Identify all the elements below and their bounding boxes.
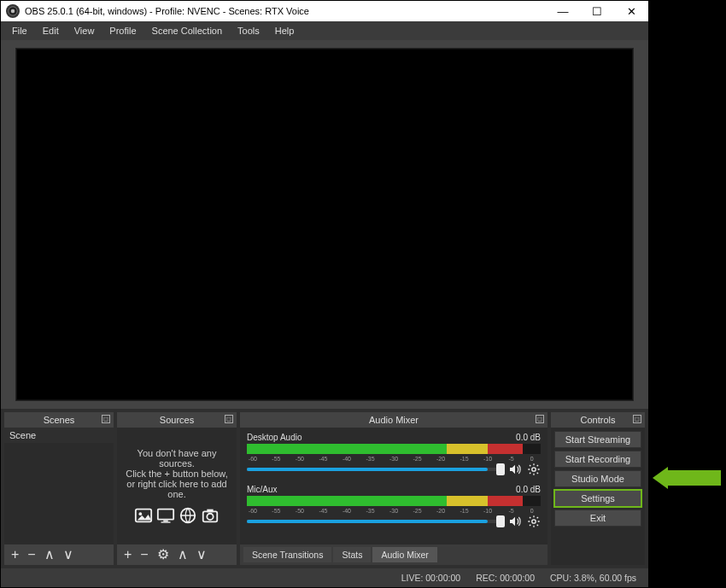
status-bar: LIVE: 00:00:00 REC: 00:00:00 CPU: 3.8%, … — [1, 568, 648, 587]
bottom-tabs: Scene Transitions Stats Audio Mixer — [240, 544, 547, 565]
controls-dock: Controls ◻ Start Streaming Start Recordi… — [551, 412, 645, 565]
menu-view[interactable]: View — [67, 24, 102, 38]
speaker-icon[interactable] — [508, 515, 522, 528]
source-move-up-button[interactable]: ∧ — [178, 548, 188, 562]
sources-dock: Sources ◻ You don't have any sources. Cl… — [117, 412, 237, 565]
volume-meter — [247, 496, 541, 506]
sources-empty-line1: You don't have any sources. — [122, 448, 231, 469]
exit-button[interactable]: Exit — [554, 509, 641, 527]
sources-popout-icon[interactable]: ◻ — [225, 415, 233, 423]
source-properties-button[interactable]: ⚙ — [157, 548, 169, 562]
tab-audio-mixer[interactable]: Audio Mixer — [372, 547, 436, 562]
controls-body: Start Streaming Start Recording Studio M… — [551, 428, 645, 565]
status-live: LIVE: 00:00:00 — [401, 573, 460, 583]
sources-empty-line3: or right click here to add one. — [122, 479, 231, 499]
channel-db: 0.0 dB — [516, 485, 541, 494]
status-cpu: CPU: 3.8%, 60.00 fps — [550, 573, 636, 583]
window-minimize-button[interactable]: — — [546, 1, 580, 21]
window-maximize-button[interactable]: ☐ — [580, 1, 614, 21]
audio-mixer-dock: Audio Mixer ◻ Desktop Audio 0.0 dB -60 — [240, 412, 547, 565]
svg-point-12 — [532, 520, 536, 523]
menu-help[interactable]: Help — [267, 24, 302, 38]
sources-list[interactable]: You don't have any sources. Click the + … — [117, 428, 237, 544]
gear-icon[interactable] — [527, 515, 541, 528]
sources-header: Sources ◻ — [117, 412, 237, 428]
preview-canvas[interactable] — [16, 49, 633, 400]
svg-rect-6 — [161, 521, 171, 522]
source-add-button[interactable]: + — [124, 548, 132, 562]
svg-rect-4 — [158, 509, 173, 519]
scenes-dock: Scenes ◻ Scene + − ∧ ∨ — [4, 412, 114, 565]
browser-source-icon — [179, 506, 197, 525]
db-ticks: -60 -55 -50 -45 -40 -35 -30 -25 -20 -15 … — [247, 456, 541, 463]
controls-header: Controls ◻ — [551, 412, 645, 428]
controls-popout-icon[interactable]: ◻ — [633, 415, 641, 423]
volume-slider[interactable] — [247, 520, 503, 523]
sources-toolbar: + − ⚙ ∧ ∨ — [117, 544, 237, 565]
channel-db: 0.0 dB — [516, 433, 541, 442]
annotation-arrow — [653, 467, 721, 489]
studio-mode-button[interactable]: Studio Mode — [554, 470, 641, 487]
obs-app-icon — [6, 4, 20, 18]
svg-point-9 — [207, 513, 213, 519]
window-title: OBS 25.0.1 (64-bit, windows) - Profile: … — [25, 6, 546, 16]
obs-main-window: OBS 25.0.1 (64-bit, windows) - Profile: … — [0, 0, 649, 588]
start-recording-button[interactable]: Start Recording — [554, 451, 641, 468]
audio-mixer-popout-icon[interactable]: ◻ — [536, 415, 544, 423]
scene-remove-button[interactable]: − — [27, 548, 35, 562]
source-type-icons — [134, 506, 220, 525]
start-streaming-button[interactable]: Start Streaming — [554, 431, 641, 448]
svg-rect-5 — [163, 520, 168, 521]
scenes-list[interactable]: Scene — [4, 428, 114, 544]
camera-source-icon — [201, 506, 220, 525]
controls-title: Controls — [581, 415, 616, 425]
scenes-title: Scenes — [44, 415, 75, 425]
gear-icon[interactable] — [527, 463, 541, 476]
scene-move-up-button[interactable]: ∧ — [44, 548, 55, 562]
scenes-popout-icon[interactable]: ◻ — [102, 415, 110, 423]
audio-mixer-header: Audio Mixer ◻ — [240, 412, 547, 428]
status-rec: REC: 00:00:00 — [476, 573, 535, 583]
audio-channel-desktop: Desktop Audio 0.0 dB -60 -55 -50 -45 -40… — [247, 433, 541, 476]
menu-profile[interactable]: Profile — [102, 24, 143, 38]
volume-meter — [247, 444, 541, 454]
tab-stats[interactable]: Stats — [333, 547, 371, 562]
menu-file[interactable]: File — [4, 24, 35, 38]
audio-mixer-body: Desktop Audio 0.0 dB -60 -55 -50 -45 -40… — [240, 428, 547, 544]
db-ticks: -60 -55 -50 -45 -40 -35 -30 -25 -20 -15 … — [247, 508, 541, 515]
menu-scene-collection[interactable]: Scene Collection — [144, 24, 231, 38]
sources-empty-line2: Click the + button below, — [126, 469, 228, 479]
svg-point-1 — [11, 9, 15, 14]
sources-title: Sources — [160, 415, 194, 425]
audio-mixer-title: Audio Mixer — [369, 415, 419, 425]
channel-name: Desktop Audio — [247, 433, 302, 442]
scenes-header: Scenes ◻ — [4, 412, 114, 428]
docks-row: Scenes ◻ Scene + − ∧ ∨ Sources ◻ You don… — [1, 409, 648, 568]
speaker-icon[interactable] — [508, 463, 522, 476]
scene-move-down-button[interactable]: ∨ — [63, 548, 73, 562]
preview-area — [1, 40, 648, 409]
source-remove-button[interactable]: − — [140, 548, 148, 562]
menubar: File Edit View Profile Scene Collection … — [1, 21, 648, 40]
titlebar[interactable]: OBS 25.0.1 (64-bit, windows) - Profile: … — [1, 1, 648, 21]
scene-add-button[interactable]: + — [11, 548, 19, 562]
scenes-toolbar: + − ∧ ∨ — [4, 544, 114, 565]
svg-rect-10 — [207, 509, 213, 512]
volume-slider[interactable] — [247, 468, 503, 471]
scene-item[interactable]: Scene — [4, 428, 114, 443]
image-source-icon — [134, 506, 153, 525]
channel-name: Mic/Aux — [247, 485, 278, 494]
audio-channel-mic: Mic/Aux 0.0 dB -60 -55 -50 -45 -40 -35 — [247, 485, 541, 528]
menu-edit[interactable]: Edit — [35, 24, 67, 38]
menu-tools[interactable]: Tools — [230, 24, 267, 38]
settings-button[interactable]: Settings — [554, 490, 641, 507]
display-source-icon — [156, 506, 175, 525]
svg-point-11 — [532, 468, 536, 471]
tab-scene-transitions[interactable]: Scene Transitions — [243, 547, 331, 562]
svg-point-3 — [139, 512, 143, 515]
window-close-button[interactable]: ✕ — [614, 1, 648, 21]
source-move-down-button[interactable]: ∨ — [196, 548, 207, 562]
